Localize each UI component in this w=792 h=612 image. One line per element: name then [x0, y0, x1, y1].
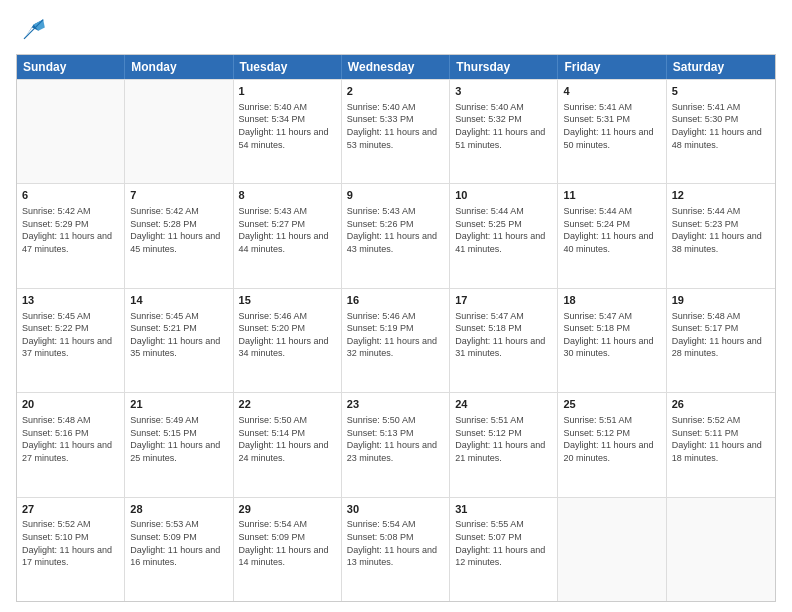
- day-number: 21: [130, 397, 227, 412]
- calendar-day-2: 2Sunrise: 5:40 AM Sunset: 5:33 PM Daylig…: [342, 80, 450, 183]
- calendar-day-18: 18Sunrise: 5:47 AM Sunset: 5:18 PM Dayli…: [558, 289, 666, 392]
- calendar-weekday-sunday: Sunday: [17, 55, 125, 79]
- day-info: Sunrise: 5:44 AM Sunset: 5:23 PM Dayligh…: [672, 205, 770, 255]
- day-number: 8: [239, 188, 336, 203]
- day-number: 30: [347, 502, 444, 517]
- calendar-day-empty: [17, 80, 125, 183]
- day-info: Sunrise: 5:41 AM Sunset: 5:30 PM Dayligh…: [672, 101, 770, 151]
- day-info: Sunrise: 5:40 AM Sunset: 5:33 PM Dayligh…: [347, 101, 444, 151]
- calendar-day-10: 10Sunrise: 5:44 AM Sunset: 5:25 PM Dayli…: [450, 184, 558, 287]
- day-info: Sunrise: 5:52 AM Sunset: 5:10 PM Dayligh…: [22, 518, 119, 568]
- calendar-day-empty: [558, 498, 666, 601]
- day-info: Sunrise: 5:41 AM Sunset: 5:31 PM Dayligh…: [563, 101, 660, 151]
- day-info: Sunrise: 5:54 AM Sunset: 5:08 PM Dayligh…: [347, 518, 444, 568]
- calendar-week-2: 6Sunrise: 5:42 AM Sunset: 5:29 PM Daylig…: [17, 183, 775, 287]
- day-info: Sunrise: 5:50 AM Sunset: 5:13 PM Dayligh…: [347, 414, 444, 464]
- calendar-weekday-tuesday: Tuesday: [234, 55, 342, 79]
- day-number: 12: [672, 188, 770, 203]
- logo-icon: [16, 16, 48, 44]
- day-info: Sunrise: 5:43 AM Sunset: 5:27 PM Dayligh…: [239, 205, 336, 255]
- day-number: 28: [130, 502, 227, 517]
- calendar-day-28: 28Sunrise: 5:53 AM Sunset: 5:09 PM Dayli…: [125, 498, 233, 601]
- day-info: Sunrise: 5:43 AM Sunset: 5:26 PM Dayligh…: [347, 205, 444, 255]
- calendar-weekday-friday: Friday: [558, 55, 666, 79]
- calendar-day-14: 14Sunrise: 5:45 AM Sunset: 5:21 PM Dayli…: [125, 289, 233, 392]
- calendar-day-4: 4Sunrise: 5:41 AM Sunset: 5:31 PM Daylig…: [558, 80, 666, 183]
- day-number: 1: [239, 84, 336, 99]
- day-number: 17: [455, 293, 552, 308]
- day-info: Sunrise: 5:40 AM Sunset: 5:32 PM Dayligh…: [455, 101, 552, 151]
- day-info: Sunrise: 5:40 AM Sunset: 5:34 PM Dayligh…: [239, 101, 336, 151]
- day-number: 26: [672, 397, 770, 412]
- calendar-day-19: 19Sunrise: 5:48 AM Sunset: 5:17 PM Dayli…: [667, 289, 775, 392]
- day-info: Sunrise: 5:51 AM Sunset: 5:12 PM Dayligh…: [563, 414, 660, 464]
- day-info: Sunrise: 5:47 AM Sunset: 5:18 PM Dayligh…: [455, 310, 552, 360]
- day-number: 6: [22, 188, 119, 203]
- day-info: Sunrise: 5:48 AM Sunset: 5:16 PM Dayligh…: [22, 414, 119, 464]
- day-number: 13: [22, 293, 119, 308]
- day-info: Sunrise: 5:45 AM Sunset: 5:21 PM Dayligh…: [130, 310, 227, 360]
- day-number: 5: [672, 84, 770, 99]
- day-number: 31: [455, 502, 552, 517]
- day-info: Sunrise: 5:54 AM Sunset: 5:09 PM Dayligh…: [239, 518, 336, 568]
- calendar-week-3: 13Sunrise: 5:45 AM Sunset: 5:22 PM Dayli…: [17, 288, 775, 392]
- day-info: Sunrise: 5:55 AM Sunset: 5:07 PM Dayligh…: [455, 518, 552, 568]
- day-number: 4: [563, 84, 660, 99]
- calendar-weekday-wednesday: Wednesday: [342, 55, 450, 79]
- calendar-body: 1Sunrise: 5:40 AM Sunset: 5:34 PM Daylig…: [17, 79, 775, 601]
- day-info: Sunrise: 5:50 AM Sunset: 5:14 PM Dayligh…: [239, 414, 336, 464]
- day-number: 22: [239, 397, 336, 412]
- day-number: 29: [239, 502, 336, 517]
- calendar-day-25: 25Sunrise: 5:51 AM Sunset: 5:12 PM Dayli…: [558, 393, 666, 496]
- day-number: 25: [563, 397, 660, 412]
- day-number: 24: [455, 397, 552, 412]
- calendar-day-24: 24Sunrise: 5:51 AM Sunset: 5:12 PM Dayli…: [450, 393, 558, 496]
- calendar-day-12: 12Sunrise: 5:44 AM Sunset: 5:23 PM Dayli…: [667, 184, 775, 287]
- calendar-day-5: 5Sunrise: 5:41 AM Sunset: 5:30 PM Daylig…: [667, 80, 775, 183]
- calendar-day-empty: [125, 80, 233, 183]
- day-info: Sunrise: 5:49 AM Sunset: 5:15 PM Dayligh…: [130, 414, 227, 464]
- calendar-day-6: 6Sunrise: 5:42 AM Sunset: 5:29 PM Daylig…: [17, 184, 125, 287]
- day-info: Sunrise: 5:44 AM Sunset: 5:25 PM Dayligh…: [455, 205, 552, 255]
- day-number: 15: [239, 293, 336, 308]
- day-info: Sunrise: 5:51 AM Sunset: 5:12 PM Dayligh…: [455, 414, 552, 464]
- calendar-week-5: 27Sunrise: 5:52 AM Sunset: 5:10 PM Dayli…: [17, 497, 775, 601]
- day-number: 23: [347, 397, 444, 412]
- calendar-day-8: 8Sunrise: 5:43 AM Sunset: 5:27 PM Daylig…: [234, 184, 342, 287]
- day-number: 14: [130, 293, 227, 308]
- calendar-day-23: 23Sunrise: 5:50 AM Sunset: 5:13 PM Dayli…: [342, 393, 450, 496]
- day-info: Sunrise: 5:53 AM Sunset: 5:09 PM Dayligh…: [130, 518, 227, 568]
- calendar-week-1: 1Sunrise: 5:40 AM Sunset: 5:34 PM Daylig…: [17, 79, 775, 183]
- day-info: Sunrise: 5:46 AM Sunset: 5:19 PM Dayligh…: [347, 310, 444, 360]
- calendar-day-13: 13Sunrise: 5:45 AM Sunset: 5:22 PM Dayli…: [17, 289, 125, 392]
- day-info: Sunrise: 5:44 AM Sunset: 5:24 PM Dayligh…: [563, 205, 660, 255]
- day-info: Sunrise: 5:42 AM Sunset: 5:28 PM Dayligh…: [130, 205, 227, 255]
- day-info: Sunrise: 5:45 AM Sunset: 5:22 PM Dayligh…: [22, 310, 119, 360]
- day-info: Sunrise: 5:42 AM Sunset: 5:29 PM Dayligh…: [22, 205, 119, 255]
- calendar-day-31: 31Sunrise: 5:55 AM Sunset: 5:07 PM Dayli…: [450, 498, 558, 601]
- calendar-day-27: 27Sunrise: 5:52 AM Sunset: 5:10 PM Dayli…: [17, 498, 125, 601]
- calendar-weekday-saturday: Saturday: [667, 55, 775, 79]
- calendar-day-3: 3Sunrise: 5:40 AM Sunset: 5:32 PM Daylig…: [450, 80, 558, 183]
- day-info: Sunrise: 5:52 AM Sunset: 5:11 PM Dayligh…: [672, 414, 770, 464]
- day-number: 10: [455, 188, 552, 203]
- calendar-day-7: 7Sunrise: 5:42 AM Sunset: 5:28 PM Daylig…: [125, 184, 233, 287]
- logo: [16, 16, 52, 44]
- day-number: 3: [455, 84, 552, 99]
- calendar-day-11: 11Sunrise: 5:44 AM Sunset: 5:24 PM Dayli…: [558, 184, 666, 287]
- calendar: SundayMondayTuesdayWednesdayThursdayFrid…: [16, 54, 776, 602]
- calendar-day-20: 20Sunrise: 5:48 AM Sunset: 5:16 PM Dayli…: [17, 393, 125, 496]
- calendar-week-4: 20Sunrise: 5:48 AM Sunset: 5:16 PM Dayli…: [17, 392, 775, 496]
- calendar-day-17: 17Sunrise: 5:47 AM Sunset: 5:18 PM Dayli…: [450, 289, 558, 392]
- day-number: 16: [347, 293, 444, 308]
- day-number: 2: [347, 84, 444, 99]
- calendar-day-26: 26Sunrise: 5:52 AM Sunset: 5:11 PM Dayli…: [667, 393, 775, 496]
- day-number: 18: [563, 293, 660, 308]
- day-number: 19: [672, 293, 770, 308]
- calendar-weekday-monday: Monday: [125, 55, 233, 79]
- calendar-day-22: 22Sunrise: 5:50 AM Sunset: 5:14 PM Dayli…: [234, 393, 342, 496]
- calendar-day-empty: [667, 498, 775, 601]
- calendar-day-15: 15Sunrise: 5:46 AM Sunset: 5:20 PM Dayli…: [234, 289, 342, 392]
- day-info: Sunrise: 5:46 AM Sunset: 5:20 PM Dayligh…: [239, 310, 336, 360]
- day-number: 20: [22, 397, 119, 412]
